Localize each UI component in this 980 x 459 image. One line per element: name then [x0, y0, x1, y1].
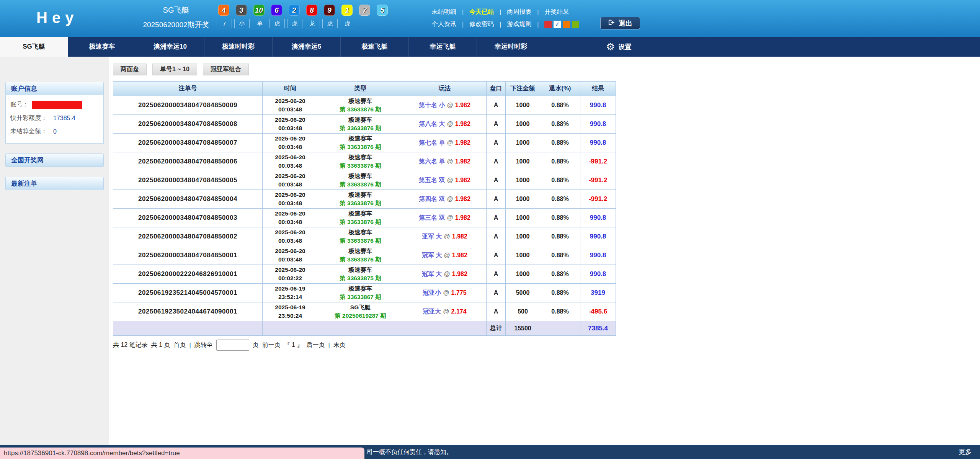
- play-link[interactable]: 第五名 双: [419, 177, 445, 183]
- amount-cell: 1000: [506, 190, 540, 209]
- nav-tab[interactable]: SG飞艇: [0, 37, 68, 57]
- play-link[interactable]: 亚军 大: [422, 233, 442, 240]
- nav-tab[interactable]: 极速赛车: [68, 37, 136, 57]
- first-page-link[interactable]: 首页: [173, 341, 186, 349]
- main-nav: SG飞艇极速赛车澳洲幸运10极速时时彩澳洲幸运5极速飞艇幸运飞艇幸运时时彩 ⚙ …: [0, 37, 980, 57]
- national-lottery-panel-title[interactable]: 全国开奖网: [5, 154, 104, 167]
- color-swatch-icon[interactable]: [563, 21, 570, 28]
- status-bar: 司一概不负任何责任，请悉知。 更多 https://187536901-ck.7…: [0, 445, 980, 459]
- play-link[interactable]: 第六名 单: [419, 158, 445, 165]
- type-cell: 极速赛车第 33633876 期: [318, 96, 403, 115]
- game-period: 第 33633876 期: [318, 162, 403, 170]
- checkbox-swatch-icon[interactable]: ✓: [554, 21, 561, 28]
- color-swatch-icon[interactable]: [544, 21, 552, 28]
- play-link[interactable]: 第八名 大: [419, 121, 445, 127]
- play-link[interactable]: 第四名 双: [419, 196, 445, 202]
- bet-date: 2025-06-20: [263, 153, 318, 162]
- handicap-cell: A: [487, 302, 506, 321]
- play-link[interactable]: 冠军 大: [422, 252, 442, 258]
- game-period: 第 33633875 期: [318, 274, 403, 283]
- total-result-cell: 7385.4: [580, 321, 616, 336]
- play-link[interactable]: 第七名 单: [419, 139, 445, 146]
- bet-id-cell: 20250620000348047084850007: [113, 134, 263, 152]
- bet-date: 2025-06-20: [263, 97, 318, 105]
- column-header: 类型: [318, 82, 403, 96]
- table-row: 202506200003480470848500012025-06-2000:0…: [113, 246, 616, 265]
- result-ball: 9: [324, 5, 335, 16]
- odds-separator: @: [442, 252, 452, 258]
- more-link[interactable]: 更多: [959, 445, 972, 459]
- prev-page-link[interactable]: 前一页: [262, 341, 281, 349]
- result-cell: 3919: [580, 284, 616, 302]
- bet-date: 2025-06-20: [263, 116, 318, 124]
- menu-link-1-3[interactable]: 开奖结果: [544, 8, 569, 16]
- menu-link-2-2[interactable]: 游戏规则: [507, 20, 531, 28]
- odds-separator: @: [441, 289, 451, 296]
- table-row: 202506200003480470848500042025-06-2000:0…: [113, 190, 616, 209]
- play-link[interactable]: 第三名 双: [419, 214, 445, 221]
- bet-time: 00:03:48: [263, 105, 318, 114]
- filter-button[interactable]: 冠亚军组合: [203, 64, 249, 75]
- table-row: 202506200003480470848500022025-06-2000:0…: [113, 227, 616, 246]
- game-type: SG飞艇: [318, 303, 403, 312]
- play-link[interactable]: 第十名 小: [419, 102, 445, 108]
- rebate-cell: 0.88%: [540, 190, 580, 209]
- nav-tab[interactable]: 澳洲幸运5: [273, 37, 341, 57]
- bet-time: 00:03:48: [263, 143, 318, 151]
- bet-date: 2025-06-20: [263, 209, 318, 218]
- result-cell: 990.8: [580, 115, 616, 134]
- odds-value: 1.982: [452, 271, 467, 277]
- time-cell: 2025-06-2000:03:48: [263, 96, 318, 115]
- time-cell: 2025-06-1923:50:24: [263, 302, 318, 321]
- play-link[interactable]: 冠亚小: [423, 289, 441, 296]
- menu-separator: |: [462, 9, 464, 16]
- color-swatch-icon[interactable]: [572, 21, 579, 28]
- odds-value: 1.982: [455, 102, 470, 108]
- result-ball: 6: [271, 5, 282, 16]
- menu-link-2-1[interactable]: 修改密码: [469, 20, 494, 28]
- account-panel-title[interactable]: 账户信息: [5, 82, 104, 95]
- nav-tab[interactable]: 极速时时彩: [204, 37, 273, 57]
- rebate-cell: 0.88%: [540, 134, 580, 152]
- bet-id-cell: 20250620000348047084850005: [113, 171, 263, 190]
- next-page-link[interactable]: 后一页: [306, 341, 325, 349]
- menu-link-1-2[interactable]: 两周报表: [507, 8, 531, 16]
- menu-link-1-0[interactable]: 未结明细: [432, 8, 456, 16]
- amount-cell: 1000: [506, 134, 540, 152]
- filter-button[interactable]: 单号1 ~ 10: [152, 64, 197, 75]
- type-cell: SG飞艇第 20250619287 期: [318, 302, 403, 321]
- play-link[interactable]: 冠军 大: [422, 271, 442, 277]
- column-header: 退水(%): [540, 82, 580, 96]
- nav-tab[interactable]: 幸运时时彩: [477, 37, 545, 57]
- sidebar: 账户信息 账号： 快开彩额度： 17385.4 未结算金额： 0 全国开奖网 最…: [0, 57, 109, 445]
- logout-button[interactable]: 退出: [600, 17, 640, 29]
- odds-value: 1.982: [455, 177, 470, 183]
- amount-cell: 1000: [506, 171, 540, 190]
- odds-separator: @: [445, 196, 455, 202]
- menu-link-1-1[interactable]: 今天已结: [469, 8, 494, 16]
- account-panel: 账户信息 账号： 快开彩额度： 17385.4 未结算金额： 0: [5, 82, 104, 144]
- bet-time: 23:50:24: [263, 312, 318, 320]
- play-link[interactable]: 冠亚大: [423, 308, 441, 315]
- page-jump-input[interactable]: [216, 340, 249, 351]
- national-lottery-panel: 全国开奖网: [5, 154, 104, 167]
- menu-link-2-0[interactable]: 个人资讯: [432, 20, 456, 28]
- handicap-cell: A: [487, 265, 506, 284]
- bet-id-cell: 20250620000348047084850001: [113, 246, 263, 265]
- settings-button[interactable]: ⚙ 设置: [606, 37, 631, 57]
- bet-id-cell: 20250620000348047084850003: [113, 209, 263, 227]
- nav-tab[interactable]: 幸运飞艇: [409, 37, 477, 57]
- play-cell: 第五名 双@1.982: [403, 171, 487, 190]
- nav-tab[interactable]: 澳洲幸运10: [136, 37, 204, 57]
- game-period: 第 20250619287 期: [318, 312, 403, 320]
- pattern-label: 7: [217, 19, 232, 28]
- filter-button[interactable]: 两面盘: [113, 64, 147, 75]
- last-page-link[interactable]: 末页: [333, 341, 346, 349]
- bet-date: 2025-06-20: [263, 191, 318, 199]
- latest-bets-panel-title[interactable]: 最新注单: [5, 177, 104, 190]
- result-cell: 990.8: [580, 96, 616, 115]
- total-row: 总计155007385.4: [113, 321, 616, 336]
- rebate-cell: 0.88%: [540, 284, 580, 302]
- bet-time: 00:03:48: [263, 218, 318, 226]
- nav-tab[interactable]: 极速飞艇: [341, 37, 409, 57]
